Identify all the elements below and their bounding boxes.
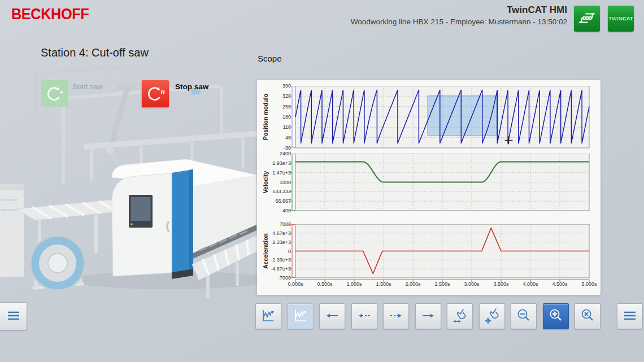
x-tick-label: 2.000s [398,281,428,287]
chart-plot-2[interactable] [288,154,593,212]
arrow-left-solid-icon [324,307,341,326]
beckhoff-logo: BECKHOFF [11,6,89,23]
robot-arm [106,82,137,195]
zoom-x-icon [515,307,532,326]
scroll-left-button[interactable] [351,303,377,329]
start-saw-button[interactable] [41,80,68,107]
scope-run-chart-alt-button[interactable] [288,303,314,329]
x-tick-label: 3.500s [486,281,516,287]
circular-arrow-pause-icon [146,84,165,104]
back-conveyor [84,133,261,181]
zoom-reset-button[interactable] [575,303,601,329]
x-tick-label: 0.500s [310,281,340,287]
chart-arrow-icon [260,307,277,326]
x-tick-label: 1.500s [368,281,399,287]
outfeed-table [192,232,266,298]
x-tick-label: 0.000s [280,281,311,287]
x-tick-label: 5.000s [574,281,604,287]
stop-saw-button[interactable] [142,80,169,107]
twincat-logo: TWINCAT [608,16,633,21]
x-tick-label: 4.000s [515,281,546,287]
scope-toolbar [255,303,601,329]
scope-panel: Position modulo39032025018011040-30Veloc… [257,80,601,295]
twincat-button[interactable]: TWINCAT [608,6,634,32]
right-menu-button[interactable] [617,303,643,329]
infeed-conveyor [16,193,199,259]
hand-pan-xy-icon [484,307,501,326]
zoom-cancel-icon [579,307,596,326]
circular-arrow-play-icon [45,84,64,104]
chart-plot-1[interactable] [288,86,593,149]
flow-loop-icon [578,9,596,29]
scope-run-chart-button[interactable] [255,303,281,329]
pan-free-button[interactable] [479,303,505,329]
stop-saw-label: Stop saw [175,82,208,91]
scroll-right-fast-button[interactable] [415,303,441,329]
x-tick-label: 4.500s [545,281,575,287]
arrow-right-dashed-icon [388,307,404,326]
machine-illustration [0,38,266,304]
zoom-selection [428,96,497,136]
side-cabinet [0,184,24,277]
line-overview-button[interactable] [574,6,600,32]
material-coil [31,236,85,290]
x-tick-label: 2.500s [427,281,458,287]
hand-pan-x-icon [451,307,468,326]
menu-icon [621,307,639,326]
scroll-left-fast-button[interactable] [319,303,345,329]
x-tick-label: 3.000s [456,281,487,287]
start-saw-label: Start saw [72,82,103,91]
machine-body [112,159,256,279]
x-tick-label: 1.000s [339,281,369,287]
app-root: BECKHOFF TwinCAT HMI Woodworking line HB… [0,0,644,362]
header-subtitle: Woodworking line HBX 215 - Employee: Mus… [351,18,567,26]
station-title: Station 4: Cut-off saw [41,46,149,59]
header-title-block: TwinCAT HMI Woodworking line HBX 215 - E… [351,5,567,26]
left-menu-button[interactable] [0,302,27,330]
zoom-free-button[interactable] [543,303,569,329]
app-title: TwinCAT HMI [351,5,567,16]
arrow-right-solid-icon [420,307,437,326]
zoom-horizontal-button[interactable] [511,303,537,329]
arrow-left-dashed-icon [356,307,373,326]
scope-title: Scope [258,54,282,63]
scroll-right-button[interactable] [383,303,409,329]
chart-plot-3[interactable] [288,224,593,279]
chart-arrow-icon [292,307,309,326]
menu-icon [5,307,23,326]
pan-horizontal-button[interactable] [447,303,473,329]
zoom-xy-icon [547,307,564,326]
